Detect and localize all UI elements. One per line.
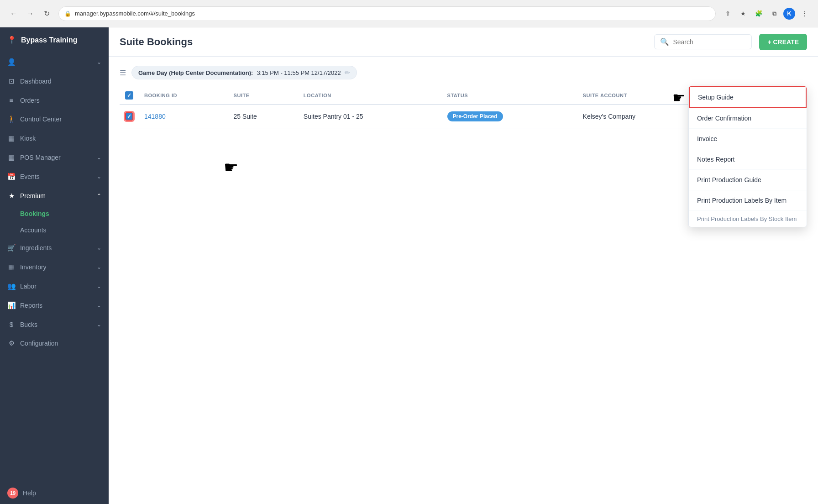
sidebar-item-label: Bucks [20, 321, 37, 328]
back-button[interactable]: ← [7, 7, 20, 20]
sidebar-sub-item-bookings[interactable]: Bookings [0, 205, 109, 222]
select-all-checkbox[interactable] [125, 91, 133, 100]
browser-actions: ⇧ ★ 🧩 ⧉ K ⋮ [721, 7, 811, 20]
profile-avatar[interactable]: K [783, 8, 795, 20]
account-icon: 👤 [7, 58, 16, 66]
sidebar-item-control-center[interactable]: 🚶 Control Center [0, 110, 109, 129]
sidebar-item-label: Inventory [20, 263, 47, 271]
create-button[interactable]: + CREATE [759, 34, 807, 50]
help-label: Help [23, 489, 36, 497]
address-bar[interactable]: 🔒 manager.bypassmobile.com/#/suite_booki… [58, 6, 716, 21]
account-chevron: ⌄ [97, 59, 101, 65]
sidebar-item-label: Ingredients [20, 244, 52, 252]
forward-button[interactable]: → [24, 7, 37, 20]
brand-name: Bypass Training [21, 36, 78, 44]
sidebar-item-label: Configuration [20, 340, 58, 347]
sidebar-item-configuration[interactable]: ⚙ Configuration [0, 334, 109, 353]
dropdown-item-print-production-guide[interactable]: Print Production Guide [689, 170, 807, 190]
sidebar: 📍 Bypass Training 👤 ⌄ ⊡ Dashboard ≡ Orde… [0, 27, 109, 504]
dropdown-item-setup-guide[interactable]: Setup Guide [689, 86, 807, 108]
row-checkbox[interactable] [125, 112, 133, 121]
sidebar-item-dashboard[interactable]: ⊡ Dashboard [0, 72, 109, 91]
extension-button[interactable]: 🧩 [752, 7, 765, 20]
sidebar-item-label: Premium [20, 192, 46, 200]
dropdown-item-invoice[interactable]: Invoice [689, 129, 807, 149]
kiosk-icon: ▦ [7, 134, 16, 142]
accounts-label: Accounts [20, 226, 47, 234]
cell-location: Suites Pantry 01 - 25 [298, 105, 442, 128]
reports-icon: 📊 [7, 301, 16, 310]
dropdown-menu: Setup Guide Order Confirmation Invoice N… [688, 86, 807, 227]
dropdown-item-order-confirmation[interactable]: Order Confirmation [689, 108, 807, 129]
dropdown-item-print-production-labels-by-stock[interactable]: Print Production Labels By Stock Item [689, 211, 807, 227]
event-name: Game Day (Help Center Documentation): [138, 69, 253, 76]
sidebar-item-label: Control Center [20, 116, 62, 123]
ingredients-icon: 🛒 [7, 244, 16, 252]
col-suite-account: SUITE ACCOUNT [577, 87, 707, 105]
sidebar-item-orders[interactable]: ≡ Orders [0, 91, 109, 110]
reload-button[interactable]: ↻ [40, 7, 53, 20]
search-input[interactable] [673, 38, 746, 46]
page-title: Suite Bookings [120, 36, 647, 48]
dropdown-item-notes-report[interactable]: Notes Report [689, 149, 807, 170]
sidebar-item-inventory[interactable]: ▦ Inventory ⌄ [0, 257, 109, 277]
labor-chevron: ⌄ [97, 283, 101, 289]
col-location: LOCATION [298, 87, 442, 105]
labor-icon: 👥 [7, 282, 16, 290]
events-icon: 📅 [7, 173, 16, 181]
sidebar-item-reports[interactable]: 📊 Reports ⌄ [0, 296, 109, 315]
sidebar-item-labor[interactable]: 👥 Labor ⌄ [0, 277, 109, 296]
col-suite: SUITE [228, 87, 298, 105]
help-badge: 19 [7, 488, 18, 499]
main-content: Suite Bookings 🔍 + CREATE ☰ Game Day (He… [109, 27, 818, 504]
col-booking-id: BOOKING ID [139, 87, 228, 105]
events-chevron: ⌄ [97, 173, 101, 180]
sidebar-item-premium[interactable]: ★ Premium ⌃ [0, 186, 109, 205]
inventory-chevron: ⌄ [97, 264, 101, 270]
ingredients-chevron: ⌄ [97, 245, 101, 251]
sidebar-item-events[interactable]: 📅 Events ⌄ [0, 167, 109, 186]
sidebar-item-label: Events [20, 173, 40, 180]
top-bar: Suite Bookings 🔍 + CREATE [109, 27, 818, 57]
sidebar-item-label: Kiosk [20, 135, 36, 142]
sidebar-item-ingredients[interactable]: 🛒 Ingredients ⌄ [0, 238, 109, 257]
sidebar-item-account[interactable]: 👤 ⌄ [0, 52, 109, 72]
sidebar-header: 📍 Bypass Training [0, 27, 109, 52]
orders-icon: ≡ [7, 96, 16, 104]
premium-icon: ★ [7, 192, 16, 200]
premium-chevron: ⌃ [97, 193, 101, 199]
event-badge: Game Day (Help Center Documentation): 3:… [131, 66, 357, 79]
dashboard-icon: ⊡ [7, 77, 16, 85]
reports-chevron: ⌄ [97, 302, 101, 309]
row-checkbox-cell [120, 105, 139, 128]
lock-icon: 🔒 [64, 10, 71, 17]
filter-bar: ☰ Game Day (Help Center Documentation): … [120, 66, 807, 79]
cell-status: Pre-Order Placed [442, 105, 577, 128]
search-box[interactable]: 🔍 [654, 34, 752, 49]
browser-nav-buttons: ← → ↻ [7, 7, 53, 20]
share-button[interactable]: ⇧ [721, 7, 734, 20]
menu-button[interactable]: ⋮ [798, 7, 811, 20]
control-center-icon: 🚶 [7, 115, 16, 123]
sidebar-sub-item-accounts[interactable]: Accounts [0, 222, 109, 238]
sidebar-item-kiosk[interactable]: ▦ Kiosk [0, 129, 109, 148]
inventory-icon: ▦ [7, 263, 16, 271]
filter-icon[interactable]: ☰ [120, 68, 126, 77]
sidebar-item-label: POS Manager [20, 154, 61, 161]
sidebar-item-pos-manager[interactable]: ▦ POS Manager ⌄ [0, 148, 109, 167]
edit-icon[interactable]: ✏ [345, 69, 350, 76]
booking-id-link[interactable]: 141880 [144, 113, 166, 120]
dropdown-item-print-production-labels-by-item[interactable]: Print Production Labels By Item [689, 190, 807, 211]
sidebar-item-label: Orders [20, 97, 40, 104]
star-button[interactable]: ★ [737, 7, 750, 20]
col-status: STATUS [442, 87, 577, 105]
search-icon: 🔍 [660, 37, 669, 46]
pos-chevron: ⌄ [97, 154, 101, 161]
browser-chrome: ← → ↻ 🔒 manager.bypassmobile.com/#/suite… [0, 0, 818, 27]
app-container: 📍 Bypass Training 👤 ⌄ ⊡ Dashboard ≡ Orde… [0, 27, 818, 504]
split-view-button[interactable]: ⧉ [768, 7, 781, 20]
config-icon: ⚙ [7, 339, 16, 347]
sidebar-help[interactable]: 19 Help [0, 482, 109, 504]
sidebar-item-bucks[interactable]: $ Bucks ⌄ [0, 315, 109, 334]
location-icon: 📍 [7, 36, 16, 44]
